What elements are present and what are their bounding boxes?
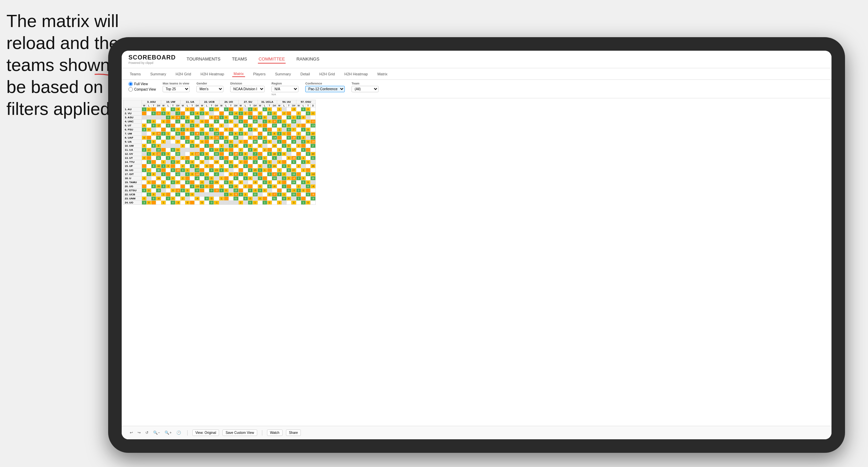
separator-2	[262, 430, 262, 436]
matrix-cell: 2	[238, 140, 243, 144]
matrix-cell: 0	[248, 189, 252, 193]
matrix-cell	[151, 136, 156, 140]
row-team-label: 19. TAMU	[123, 180, 142, 185]
matrix-cell	[248, 112, 252, 116]
matrix-cell: 1	[166, 136, 171, 140]
matrix-cell	[195, 180, 200, 185]
matrix-cell	[161, 116, 166, 120]
matrix-cell: 0	[209, 136, 214, 140]
matrix-cell	[195, 193, 200, 197]
matrix-cell	[171, 120, 175, 124]
clock-btn[interactable]: 🕐	[175, 430, 183, 436]
matrix-cell	[248, 132, 252, 136]
nav-tournaments[interactable]: TOURNAMENTS	[186, 55, 221, 64]
matrix-cell	[277, 124, 282, 128]
matrix-cell: 0	[228, 160, 233, 164]
matrix-cell	[306, 197, 311, 201]
matrix-cell	[311, 116, 316, 120]
share-btn[interactable]: Share	[286, 429, 301, 436]
subnav-matrix-1[interactable]: Matrix	[232, 71, 245, 77]
matrix-cell: 1	[224, 120, 228, 124]
full-view-option[interactable]: Full View	[128, 82, 156, 86]
matrix-cell	[156, 193, 161, 197]
matrix-cell	[180, 132, 185, 136]
matrix-cell	[291, 152, 296, 156]
table-row: 20. UG028320-102210-8200-6120-4	[123, 185, 316, 189]
view-original-btn[interactable]: View: Original	[192, 429, 219, 436]
full-view-radio[interactable]	[128, 82, 133, 86]
subnav-detail[interactable]: Detail	[299, 71, 311, 77]
matrix-cell: 0	[267, 201, 272, 205]
matrix-cell: 0	[200, 120, 204, 124]
matrix-cell: 11	[175, 148, 180, 152]
matrix-cell	[306, 144, 311, 148]
conference-select[interactable]: Pac-12 Conference	[305, 86, 345, 92]
compact-view-radio[interactable]	[128, 87, 133, 92]
matrix-cell	[233, 160, 238, 164]
region-select[interactable]: N/A	[271, 86, 298, 92]
zoom-out-btn[interactable]: 🔍−	[152, 430, 161, 436]
matrix-cell	[166, 160, 171, 164]
matrix-cell: 0	[306, 201, 311, 205]
matrix-cell: 0	[248, 201, 252, 205]
col-uu: 54. UU	[277, 100, 296, 104]
matrix-cell: 0	[190, 152, 195, 156]
matrix-cell	[282, 116, 286, 120]
matrix-cell	[252, 176, 258, 180]
undo-btn[interactable]: ↩	[128, 430, 134, 436]
matrix-cell	[286, 132, 291, 136]
subnav-summary-2[interactable]: Summary	[274, 71, 292, 77]
max-teams-filter: Max teams in view Top 25	[163, 82, 190, 92]
matrix-cell	[166, 140, 171, 144]
matrix-cell	[147, 176, 151, 180]
matrix-cell	[151, 180, 156, 185]
subnav-h2h-grid-1[interactable]: H2H Grid	[174, 71, 192, 77]
team-select[interactable]: (All)	[352, 86, 379, 92]
matrix-cell: 33	[291, 193, 296, 197]
matrix-content[interactable]: 3. ASU 10. UW 11. UA 22. UCB 24. UO 27. …	[122, 98, 831, 426]
matrix-cell: 0	[151, 112, 156, 116]
nav-committee[interactable]: COMMITTEE	[258, 55, 286, 64]
matrix-cell	[277, 189, 282, 193]
matrix-cell	[209, 160, 214, 164]
matrix-cell	[224, 124, 228, 128]
matrix-cell	[272, 148, 277, 152]
subnav-players[interactable]: Players	[252, 71, 267, 77]
matrix-cell: 3	[161, 112, 166, 116]
redo-btn[interactable]: ↪	[136, 430, 142, 436]
subnav-h2h-grid-2[interactable]: H2H Grid	[318, 71, 336, 77]
row-team-label: 22. UCB	[123, 193, 142, 197]
tablet-device: SCOREBOARD Powered by clippd TOURNAMENTS…	[108, 37, 845, 453]
compact-view-option[interactable]: Compact View	[128, 87, 156, 92]
subnav-summary-1[interactable]: Summary	[149, 71, 167, 77]
division-select[interactable]: NCAA Division I	[230, 86, 265, 92]
matrix-cell	[147, 124, 151, 128]
subnav-matrix-2[interactable]: Matrix	[376, 71, 389, 77]
table-row: 23. UNM00-6002-40012100031001-9	[123, 197, 316, 201]
matrix-cell	[200, 176, 204, 180]
matrix-cell	[156, 180, 161, 185]
gender-select[interactable]: Men's	[196, 86, 223, 92]
zoom-in-btn[interactable]: 🔍+	[163, 430, 173, 436]
matrix-cell	[252, 185, 258, 189]
refresh-btn[interactable]: ↺	[144, 430, 150, 436]
matrix-cell	[161, 148, 166, 152]
col-osu: 57. OSU	[296, 100, 316, 104]
subnav-teams[interactable]: Teams	[128, 71, 142, 77]
subnav-h2h-heatmap-2[interactable]: H2H Heatmap	[343, 71, 369, 77]
matrix-cell: 0	[286, 144, 291, 148]
subnav-h2h-heatmap-1[interactable]: H2H Heatmap	[199, 71, 225, 77]
matrix-cell	[142, 120, 147, 124]
row-team-label: 13. UT	[123, 156, 142, 160]
matrix-cell: 1	[147, 107, 151, 112]
max-teams-select[interactable]: Top 25	[163, 86, 190, 92]
save-custom-btn[interactable]: Save Custom View	[222, 429, 257, 436]
matrix-cell	[243, 128, 248, 132]
matrix-cell: -1	[214, 201, 219, 205]
nav-teams[interactable]: TEAMS	[231, 55, 248, 64]
matrix-cell	[262, 124, 267, 128]
matrix-cell	[296, 128, 301, 132]
nav-rankings[interactable]: RANKINGS	[296, 55, 320, 64]
matrix-cell: 0	[224, 140, 228, 144]
watch-btn[interactable]: Watch	[267, 429, 283, 436]
